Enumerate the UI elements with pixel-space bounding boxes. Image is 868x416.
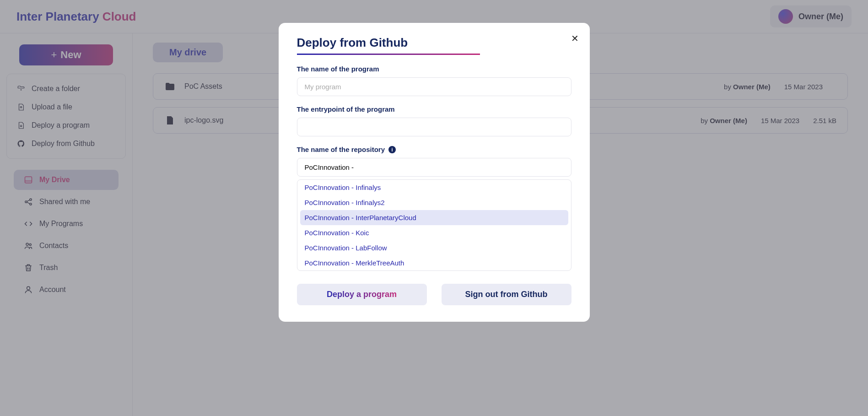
entrypoint-input[interactable] [297, 118, 571, 136]
entrypoint-label: The entrypoint of the program [297, 105, 571, 113]
repo-label: The name of the repository i [297, 146, 571, 153]
info-icon[interactable]: i [388, 146, 396, 153]
modal-title: Deploy from Github [297, 36, 571, 50]
deploy-github-modal: ✕ Deploy from Github The name of the pro… [279, 23, 590, 322]
repo-option[interactable]: PoCInnovation - Koic [297, 225, 571, 240]
close-icon: ✕ [571, 33, 579, 43]
signout-button[interactable]: Sign out from Github [442, 284, 571, 305]
repo-option[interactable]: PoCInnovation - InterPlanetaryCloud [300, 210, 568, 225]
repo-option[interactable]: PoCInnovation - Infinalys [297, 180, 571, 195]
repo-option[interactable]: PoCInnovation - MerkleTreeAuth [297, 255, 571, 270]
repo-search-input[interactable] [297, 158, 571, 177]
repo-option[interactable]: PoCInnovation - Infinalys2 [297, 195, 571, 210]
program-name-label: The name of the program [297, 65, 571, 73]
close-button[interactable]: ✕ [571, 33, 579, 44]
deploy-button[interactable]: Deploy a program [297, 284, 427, 305]
program-name-input[interactable] [297, 77, 571, 96]
repo-dropdown[interactable]: PoCInnovation - InfinalysPoCInnovation -… [297, 179, 571, 271]
repo-option[interactable]: PoCInnovation - LabFollow [297, 240, 571, 255]
modal-underline [297, 54, 480, 55]
